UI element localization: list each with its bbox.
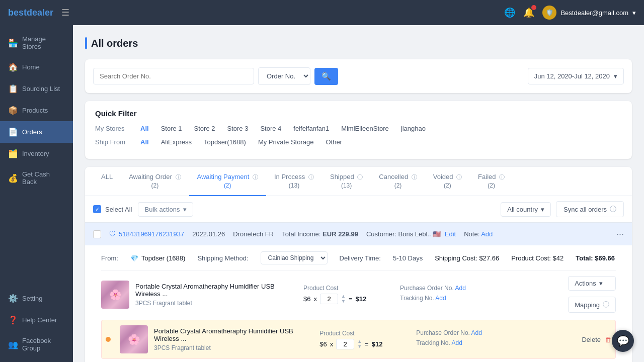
qty-up-arrow[interactable]: ▲	[341, 294, 346, 299]
tab-shipped-count: (13)	[341, 182, 352, 189]
sidebar-item-sourcing-list[interactable]: 📋 Sourcing List	[0, 78, 73, 100]
tab-info-icon4: ⓘ	[357, 174, 363, 180]
store-filter-mimieilnstore[interactable]: MimiEileenStore	[339, 124, 391, 133]
order-id[interactable]: 🛡 518431969176231937	[109, 230, 184, 238]
add-note-link[interactable]: Add	[481, 230, 493, 238]
sidebar-item-inventory[interactable]: 🗂️ Inventory	[0, 143, 73, 164]
qty-input[interactable]	[320, 294, 338, 304]
product-cost-section: Product Cost $6 x ▲ ▼ = $12	[303, 285, 394, 304]
search-button[interactable]: 🔍	[314, 68, 338, 85]
product-thumbnail: 🌸	[101, 281, 129, 309]
country-select-button[interactable]: All country ▾	[501, 202, 551, 217]
tab-failed[interactable]: Failed ⓘ (2)	[470, 167, 513, 196]
product-cost-calc-2: $6 x ▲ ▼ = $12	[319, 339, 410, 349]
mapping-label: Mapping	[575, 301, 600, 309]
ship-from-all[interactable]: All	[138, 137, 151, 147]
user-email: Bestdealer@gmail.com	[560, 9, 628, 17]
ship-from-other[interactable]: Other	[324, 137, 344, 147]
store-filter-all[interactable]: All	[138, 124, 151, 133]
sidebar-item-setting[interactable]: ⚙️ Setting	[0, 288, 73, 309]
sidebar-item-home[interactable]: 🏠 Home	[0, 56, 73, 78]
user-menu[interactable]: 🛡️ Bestdealer@gmail.com ▾	[542, 6, 636, 20]
product-name: Portable Crystal Aromatheraphy Humidifie…	[135, 283, 297, 298]
tab-awaiting-order[interactable]: Awaiting Order ⓘ (2)	[121, 167, 189, 196]
order-more-options[interactable]: ···	[616, 229, 624, 239]
mapping-button[interactable]: Mapping ⓘ	[568, 297, 616, 313]
sidebar-label-products: Products	[22, 107, 48, 114]
order-shield-icon: 🛡	[109, 230, 116, 238]
tab-all[interactable]: ALL	[93, 167, 121, 196]
store-filter-store3[interactable]: Store 3	[225, 124, 250, 133]
sidebar-item-orders[interactable]: 📄 Orders	[0, 121, 73, 143]
chevron-down-icon: ▾	[632, 9, 636, 17]
purchase-order-add-link[interactable]: Add	[455, 285, 465, 292]
store-filter-store1[interactable]: Store 1	[159, 124, 184, 133]
qty-down-arrow[interactable]: ▼	[341, 299, 346, 304]
qty-up-arrow-2[interactable]: ▲	[357, 339, 362, 344]
tab-voided[interactable]: Voided ⓘ (2)	[425, 167, 470, 196]
search-type-select[interactable]: Order No.	[258, 67, 310, 85]
chat-icon: 💬	[617, 335, 629, 347]
order-income: Total Income: EUR 229.99	[282, 230, 358, 238]
order-store: Dronetech FR	[233, 230, 274, 238]
sidebar-item-help-center[interactable]: ❓ Help Center	[0, 309, 73, 331]
from-label: From:	[101, 254, 118, 262]
store-filter-store4[interactable]: Store 4	[258, 124, 283, 133]
order-total: Total: $69.66	[576, 254, 615, 262]
menu-toggle-icon[interactable]: ☰	[61, 7, 69, 18]
tab-failed-label: Failed ⓘ	[478, 173, 505, 181]
home-icon: 🏠	[8, 62, 17, 72]
sync-label: Sync all orders	[564, 206, 607, 213]
qty-input-2[interactable]	[336, 339, 354, 349]
search-input[interactable]	[93, 68, 254, 84]
tracking-no-add-link-2[interactable]: Add	[451, 339, 462, 346]
purchase-order-add-link-2[interactable]: Add	[471, 329, 482, 336]
sidebar-item-get-cash-back[interactable]: 💰 Get Cash Back	[0, 164, 73, 192]
tab-awaiting-payment[interactable]: Awaiting Payment ⓘ (2)	[189, 167, 266, 196]
ship-from-topdser[interactable]: Topdser(1688)	[202, 137, 248, 147]
edit-customer-link[interactable]: Edit	[445, 230, 456, 238]
tab-cancelled[interactable]: Cancelled ⓘ (2)	[371, 167, 425, 196]
sync-all-orders-button[interactable]: Sync all orders ⓘ	[556, 201, 624, 217]
delete-row: Delete 🗑	[582, 336, 611, 343]
qty-controls-2: ▲ ▼	[357, 339, 362, 349]
tab-cancelled-label: Cancelled ⓘ	[379, 173, 417, 181]
tab-shipped[interactable]: Shipped ⓘ (13)	[322, 167, 371, 196]
tab-in-process-label: In Process ⓘ	[274, 173, 314, 181]
qty-controls: ▲ ▼	[341, 294, 346, 304]
logo-brand: estdealer	[14, 8, 53, 18]
product-variant: 3PCS Fragrant tablet	[135, 300, 297, 307]
actions-button[interactable]: Actions ▾	[568, 276, 616, 291]
notification-icon[interactable]: 🔔	[523, 7, 534, 18]
store-filter-store2[interactable]: Store 2	[192, 124, 217, 133]
orders-table-container: ALL Awaiting Order ⓘ (2) Awaiting Paymen…	[85, 167, 632, 362]
select-all-checkbox[interactable]	[93, 205, 101, 213]
purchase-order-row: Purchase Order No. Add	[400, 285, 562, 292]
tab-all-label: ALL	[101, 173, 113, 180]
tracking-no-add-link[interactable]: Add	[435, 295, 446, 302]
ship-from-private-storage[interactable]: My Private Storage	[256, 137, 316, 147]
bulk-actions-button[interactable]: Bulk actions ▾	[138, 202, 193, 217]
order-checkbox[interactable]	[93, 230, 101, 238]
tab-in-process[interactable]: In Process ⓘ (13)	[266, 167, 322, 196]
calendar-icon: ▾	[614, 72, 617, 80]
sidebar-item-products[interactable]: 📦 Products	[0, 100, 73, 121]
globe-icon[interactable]: 🌐	[504, 7, 515, 18]
sidebar-item-manage-stores[interactable]: 🏪 Manage Stores	[0, 29, 73, 56]
date-range-picker[interactable]: Jun 12, 2020-Jul 12, 2020 ▾	[528, 68, 624, 84]
ship-from-aliexpress[interactable]: AliExpress	[159, 137, 194, 147]
equals-sign-2: =	[365, 340, 369, 348]
shipping-method-label: Shipping Method:	[197, 254, 248, 262]
store-filter-feifeifanfan1[interactable]: feifeifanfan1	[291, 124, 331, 133]
sidebar-item-facebook-group[interactable]: 👥 Facebook Group	[0, 331, 73, 358]
product-cost-summary: Product Cost: $42	[511, 254, 564, 262]
chat-bubble[interactable]: 💬	[612, 330, 634, 352]
tracking-no-label-2: Tracking No.	[416, 339, 450, 346]
trash-icon[interactable]: 🗑	[605, 336, 611, 343]
store-filter-jianghao[interactable]: jianghao	[399, 124, 428, 133]
facebook-icon: 👥	[8, 340, 17, 349]
multiply-sign: x	[314, 295, 317, 303]
app-logo: bestdealer	[8, 8, 53, 18]
qty-down-arrow-2[interactable]: ▼	[357, 344, 362, 349]
shipping-method-select[interactable]: Cainiao Shipping	[261, 251, 328, 264]
